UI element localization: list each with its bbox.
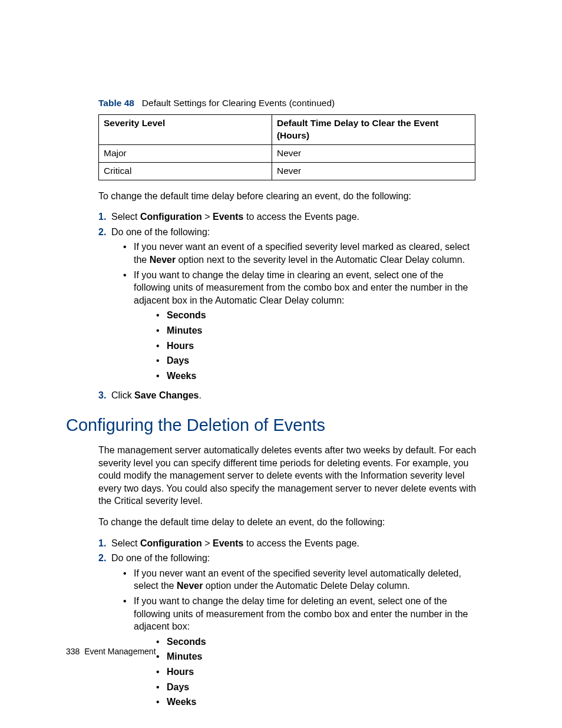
list-item: 2. Do one of the following: • If you nev… [98,226,482,387]
clear-options-list: • If you never want an event of a specif… [111,241,482,384]
bullet-icon: • [156,370,167,383]
unit: Minutes [167,650,202,663]
step-number: 3. [98,389,111,402]
cell-delay: Never [272,162,475,180]
list-item: • If you want to change the delay time i… [123,269,482,385]
unit: Days [167,354,189,367]
list-item: •Hours [156,666,482,678]
table-header-severity: Severity Level [99,114,272,144]
delete-options-list: • If you never want an event of the spec… [111,567,482,711]
step-text: Select Configuration > Events to access … [111,210,482,223]
unit: Hours [167,340,194,353]
option-text: If you never want an event of a specifie… [134,241,482,266]
table-caption-label: Table 48 [98,98,134,108]
list-item: •Weeks [156,696,482,709]
bullet-icon: • [156,309,167,322]
unit: Seconds [167,635,206,648]
table-header-delay: Default Time Delay to Clear the Event (H… [272,114,475,144]
emphasis: Events [213,212,243,222]
table-row: Major Never [99,144,475,162]
text: option under the Automatic Delete Delay … [203,581,409,591]
delete-units-list: •Seconds •Minutes •Hours •Days •Weeks [134,635,482,709]
step-number: 2. [98,226,111,387]
bullet-icon: • [156,340,167,353]
list-item: •Seconds [156,309,482,322]
page-footer: 338 Event Management [66,646,156,657]
bullet-icon: • [156,354,167,367]
step-number: 1. [98,537,111,550]
clear-units-list: •Seconds •Minutes •Hours •Days •Weeks [134,309,482,382]
list-item: • If you never want an event of the spec… [123,567,482,592]
list-item: 1. Select Configuration > Events to acce… [98,210,482,223]
text: Select [111,538,140,548]
bullet-icon: • [156,666,167,678]
unit: Days [167,681,189,694]
list-item: • If you want to change the delay time f… [123,595,482,711]
option-text: If you want to change the delay time in … [134,270,468,305]
list-item: •Weeks [156,370,482,383]
unit: Seconds [167,309,206,322]
list-item: •Minutes [156,324,482,337]
bullet-icon: • [156,681,167,694]
table-row: Critical Never [99,162,475,180]
emphasis: Configuration [140,212,202,222]
bullet-icon: • [123,269,134,385]
unit: Hours [167,666,194,678]
list-item: •Days [156,354,482,367]
list-item: • If you never want an event of a specif… [123,241,482,266]
delete-intro: To change the default time delay to dele… [98,516,482,529]
list-item: •Hours [156,340,482,353]
list-item: 2. Do one of the following: • If you nev… [98,552,482,713]
emphasis: Save Changes [134,390,199,400]
bullet-icon: • [123,241,134,266]
delete-steps-list: 1. Select Configuration > Events to acce… [98,537,482,713]
unit: Minutes [167,324,202,337]
emphasis: Never [150,255,176,265]
text: > [202,212,213,222]
cell-delay: Never [272,144,475,162]
step-text: Select Configuration > Events to access … [111,537,482,550]
section-heading-deletion: Configuring the Deletion of Events [66,414,482,437]
step-number: 2. [98,552,111,713]
text: to access the Events page. [244,538,360,548]
bullet-icon: • [156,650,167,663]
default-settings-table: Severity Level Default Time Delay to Cle… [98,114,475,180]
text: option next to the severity level in the… [176,255,465,265]
step-number: 1. [98,210,111,223]
step-text: Do one of the following: [111,227,210,237]
list-item: •Days [156,681,482,694]
list-item: 1. Select Configuration > Events to acce… [98,537,482,550]
page-number: 338 [66,647,80,656]
bullet-icon: • [156,324,167,337]
cell-severity: Major [99,144,272,162]
text: > [202,538,213,548]
footer-section: Event Management [84,647,156,656]
clear-steps-list: 1. Select Configuration > Events to acce… [98,210,482,402]
text: . [199,390,201,400]
step-text: Do one of the following: [111,553,210,563]
list-item: 3. Click Save Changes. [98,389,482,402]
emphasis: Never [177,581,203,591]
text: Select [111,212,140,222]
bullet-icon: • [123,567,134,592]
step-text: Click Save Changes. [111,389,482,402]
bullet-icon: • [156,696,167,709]
option-text: If you want to change the delay time for… [134,596,468,631]
option-text: If you never want an event of the specif… [134,567,482,592]
unit: Weeks [167,696,196,709]
emphasis: Events [213,538,243,548]
cell-severity: Critical [99,162,272,180]
list-item: •Seconds [156,635,482,648]
bullet-icon: • [156,635,167,648]
delete-para: The management server automatically dele… [98,444,482,508]
unit: Weeks [167,370,196,383]
text: Click [111,390,134,400]
text: to access the Events page. [244,212,360,222]
list-item: •Minutes [156,650,482,663]
table-caption-text: Default Settings for Clearing Events (co… [142,98,335,108]
clear-intro: To change the default time delay before … [98,190,482,203]
emphasis: Configuration [140,538,202,548]
table-caption: Table 48 Default Settings for Clearing E… [98,97,482,110]
